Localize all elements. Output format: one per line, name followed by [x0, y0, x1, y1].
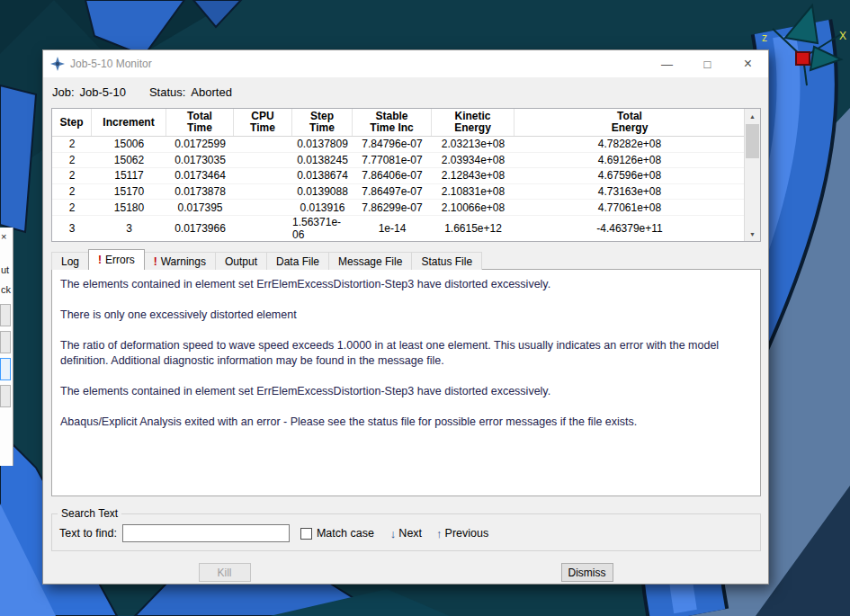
clipped-toolbar-button-selected[interactable]	[0, 358, 11, 380]
table-cell: 0.0137809	[292, 137, 353, 152]
column-header: Step	[52, 109, 92, 136]
table-cell: 2	[52, 200, 92, 215]
tab-label: Status File	[421, 255, 472, 268]
table-cell: 7.86299e-07	[353, 200, 432, 215]
table-cell: 15006	[92, 137, 166, 152]
error-message: Abaqus/Explicit Analysis exited with an …	[60, 415, 752, 430]
error-message: The elements contained in element set Er…	[60, 384, 752, 399]
match-case-label: Match case	[317, 527, 374, 540]
close-icon[interactable]: ×	[1, 231, 13, 242]
column-header-line: Time	[187, 122, 212, 134]
clipped-toolbar-button[interactable]	[0, 331, 11, 353]
table-cell	[234, 200, 292, 215]
table-cell: 0.013916	[292, 200, 353, 215]
tab-warnings[interactable]: !Warnings	[144, 252, 216, 270]
find-label: Text to find:	[59, 527, 117, 540]
table-cell: 1.56371e-06	[292, 216, 353, 241]
dismiss-button[interactable]: Dismiss	[561, 563, 613, 582]
column-header: KineticEnergy	[432, 109, 514, 136]
table-cell: 0.0172599	[166, 137, 234, 152]
scroll-up-button[interactable]: ▲	[745, 109, 760, 123]
table-scrollbar[interactable]: ▲ ▼	[744, 109, 760, 241]
column-header: StepTime	[292, 109, 353, 136]
kill-button: Kill	[199, 563, 251, 582]
error-message: The ratio of deformation speed to wave s…	[60, 338, 752, 369]
tab-errors[interactable]: !Errors	[88, 249, 145, 270]
clipped-toolbar-button[interactable]	[0, 385, 11, 407]
table-cell: 7.86406e-07	[353, 168, 432, 183]
job-value: Job-5-10	[80, 85, 126, 99]
scroll-thumb[interactable]	[746, 124, 759, 158]
window-title: Job-5-10 Monitor	[70, 58, 152, 70]
axis-label-z: z	[762, 31, 767, 44]
table-cell: 2.12843e+08	[432, 168, 514, 183]
column-header-line: Time	[309, 122, 335, 134]
table-cell: 4.78282e+08	[514, 137, 745, 152]
tab-label: Log	[61, 255, 79, 268]
table-row[interactable]: 2150620.01730350.01382457.77081e-072.039…	[52, 153, 745, 169]
triad-cone-icon	[810, 47, 841, 70]
table-cell: 7.84796e-07	[353, 137, 432, 152]
monitor-app-icon	[50, 57, 65, 71]
clipped-toolbar-button[interactable]	[0, 304, 11, 326]
title-bar[interactable]: Job-5-10 Monitor — □ ×	[43, 50, 768, 77]
table-row[interactable]: 2150060.01725990.01378097.84796e-072.032…	[52, 137, 745, 153]
error-message: There is only one excessively distorted …	[60, 308, 752, 323]
tab-status-file[interactable]: Status File	[411, 252, 482, 270]
window-controls: — □ ×	[647, 50, 768, 77]
table-cell	[234, 216, 292, 241]
next-button[interactable]: Next	[398, 527, 422, 540]
table-cell: 15170	[92, 184, 166, 200]
close-button[interactable]: ×	[728, 50, 768, 77]
search-text-group: Search Text Text to find: Match case ↓ N…	[51, 507, 761, 551]
table-cell: 2.03934e+08	[432, 153, 514, 168]
status-label: Status:	[149, 85, 185, 99]
column-header: StableTime Inc	[353, 109, 432, 136]
table-cell: 0.0173966	[166, 216, 234, 241]
column-header-line: Energy	[454, 122, 491, 134]
tab-output[interactable]: Output	[215, 252, 267, 270]
job-monitor-dialog: Job-5-10 Monitor — □ × Job: Job-5-10 Sta…	[42, 49, 769, 585]
tab-log[interactable]: Log	[51, 252, 89, 270]
tab-data-file[interactable]: Data File	[266, 252, 329, 270]
table-cell: 15117	[92, 168, 166, 183]
table-header-row: StepIncrementTotalTimeCPUTimeStepTimeSta…	[52, 109, 745, 137]
table-cell: 0.0138674	[292, 168, 353, 183]
table-cell: 1.6615e+12	[432, 216, 514, 241]
search-group-label: Search Text	[58, 507, 121, 520]
table-cell	[234, 153, 292, 168]
table-cell: 7.77081e-07	[353, 153, 432, 168]
error-message: The elements contained in element set Er…	[60, 277, 752, 292]
tab-label: Warnings	[161, 255, 206, 268]
table-cell: 0.0173464	[166, 168, 234, 183]
view-triad: z X	[760, 0, 850, 90]
table-cell: 15062	[92, 153, 166, 168]
table-cell: 2.03213e+08	[432, 137, 514, 152]
table-cell: 3	[52, 216, 92, 241]
axis-label-x: X	[839, 30, 846, 42]
column-header-line: Energy	[612, 122, 649, 134]
match-case-checkbox[interactable]	[300, 528, 312, 540]
clipped-text: ut	[1, 264, 13, 275]
triad-cone-icon	[785, 5, 818, 43]
find-input[interactable]	[122, 524, 290, 542]
table-row[interactable]: 2151800.0173950.0139167.86299e-072.10066…	[52, 200, 745, 216]
table-row[interactable]: 2151170.01734640.01386747.86406e-072.128…	[52, 168, 745, 184]
previous-button[interactable]: Previous	[445, 527, 489, 540]
search-row: Text to find: Match case ↓ Next ↑ Previo…	[52, 520, 760, 547]
scroll-down-button[interactable]: ▼	[745, 227, 760, 241]
tab-label: Output	[225, 255, 257, 268]
table-row[interactable]: 2151700.01738780.01390887.86497e-072.108…	[52, 184, 745, 201]
column-header: Increment	[92, 109, 166, 136]
tab-message-file[interactable]: Message File	[328, 252, 412, 270]
table-cell: 2	[52, 137, 92, 152]
table-cell: 0.017395	[166, 200, 234, 215]
maximize-button[interactable]: □	[687, 50, 728, 77]
minimize-button[interactable]: —	[647, 50, 687, 77]
table-cell: 0.0173878	[166, 184, 234, 200]
job-label: Job:	[52, 85, 75, 99]
job-status-line: Job: Job-5-10 Status: Aborted	[52, 77, 232, 106]
column-header: CPUTime	[234, 109, 292, 136]
table-row[interactable]: 330.01739661.56371e-061e-141.6615e+12-4.…	[52, 216, 745, 241]
table-cell: 0.0138245	[292, 153, 353, 168]
